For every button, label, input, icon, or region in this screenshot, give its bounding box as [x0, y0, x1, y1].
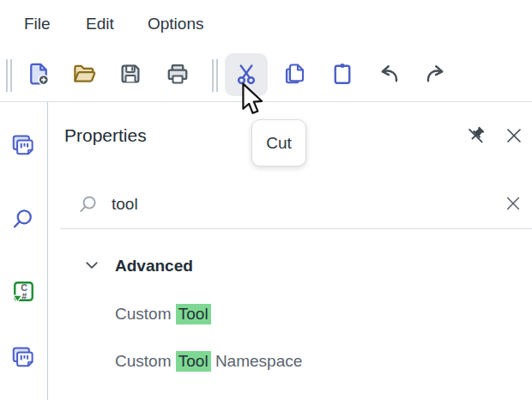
- section-label: Advanced: [115, 257, 193, 276]
- result-match-highlight: Tool: [176, 351, 211, 372]
- menu-options[interactable]: Options: [148, 15, 203, 33]
- open-button[interactable]: [71, 62, 97, 88]
- save-button[interactable]: [118, 62, 143, 88]
- search-field-icon: [77, 193, 100, 215]
- print-icon: [165, 61, 190, 89]
- new-file-icon: [26, 61, 51, 89]
- print-button[interactable]: [165, 62, 190, 88]
- sidebar-item-properties[interactable]: [10, 133, 36, 159]
- result-text: Custom: [115, 352, 176, 371]
- page-title: Properties: [64, 125, 147, 146]
- menu-edit[interactable]: Edit: [86, 15, 114, 33]
- copy-button[interactable]: [282, 62, 308, 88]
- clear-search-button[interactable]: [504, 195, 523, 214]
- left-sidebar: C #: [0, 102, 48, 400]
- search-input[interactable]: [112, 192, 489, 216]
- close-icon: [504, 125, 524, 148]
- menu-bar: File Edit Options: [0, 0, 532, 48]
- list-item-custom-tool[interactable]: Custom Tool: [115, 303, 211, 325]
- redo-arrow-icon: [423, 61, 449, 89]
- save-icon: [118, 61, 143, 89]
- sidebar-item-properties-alt[interactable]: [10, 345, 36, 371]
- unpin-icon: [465, 124, 487, 148]
- clear-icon: [504, 194, 523, 215]
- search-bar: [48, 188, 532, 222]
- toolbar: [0, 48, 532, 102]
- sidebar-item-csharp-import[interactable]: C #: [10, 280, 36, 306]
- tooltip-label: Cut: [266, 134, 292, 153]
- csharp-import-icon: C #: [10, 279, 36, 307]
- menu-file[interactable]: File: [24, 15, 51, 33]
- paste-button[interactable]: [329, 62, 355, 88]
- svg-text:#: #: [21, 290, 27, 300]
- chevron-down-icon: [83, 257, 100, 276]
- section-advanced[interactable]: Advanced: [83, 256, 193, 276]
- properties-panels-icon: [10, 344, 36, 373]
- result-text: Custom: [115, 305, 176, 324]
- open-folder-icon: [71, 61, 97, 89]
- result-match-highlight: Tool: [176, 304, 211, 324]
- toolbar-grip[interactable]: [6, 59, 13, 92]
- search-icon: [10, 206, 36, 234]
- divider: [60, 228, 532, 229]
- tooltip-cut: Cut: [251, 119, 306, 167]
- unpin-button[interactable]: [465, 124, 487, 147]
- redo-button[interactable]: [423, 62, 449, 88]
- result-text: Namespace: [211, 352, 303, 371]
- undo-arrow-icon: [376, 61, 402, 89]
- app-window: File Edit Options: [0, 0, 532, 400]
- list-item-custom-tool-namespace[interactable]: Custom Tool Namespace: [115, 350, 302, 373]
- close-panel-button[interactable]: [504, 126, 524, 147]
- toolbar-grip[interactable]: [212, 59, 219, 92]
- new-file-button[interactable]: [26, 62, 51, 88]
- copy-icon: [282, 61, 308, 89]
- cut-button[interactable]: [225, 53, 268, 96]
- cut-scissors-icon: [233, 61, 259, 89]
- paste-clipboard-icon: [329, 61, 355, 89]
- properties-panels-icon: [10, 132, 36, 161]
- undo-button[interactable]: [376, 62, 402, 88]
- sidebar-item-search[interactable]: [10, 207, 36, 233]
